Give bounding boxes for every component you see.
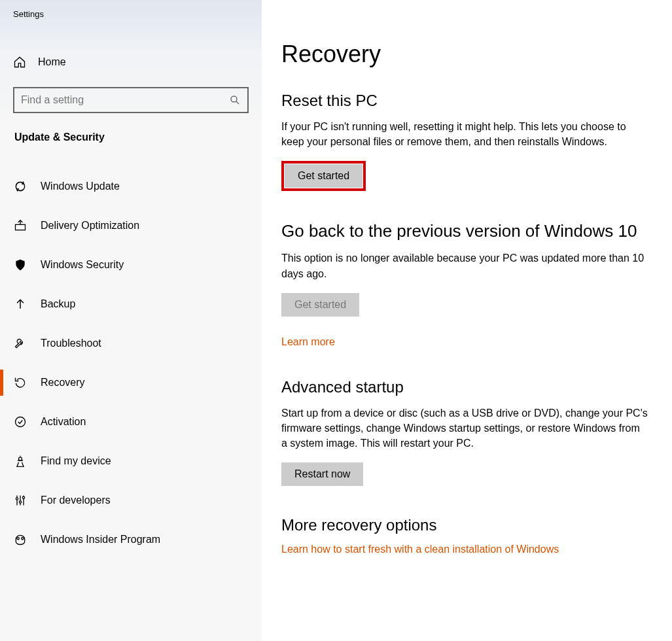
sidebar-item-label: Delivery Optimization [41, 220, 139, 232]
goback-section: Go back to the previous version of Windo… [281, 221, 652, 347]
reset-get-started-button[interactable]: Get started [285, 164, 363, 188]
sidebar-item-label: For developers [41, 494, 111, 506]
shield-icon [13, 258, 27, 272]
svg-point-0 [231, 96, 237, 102]
svg-point-14 [17, 538, 19, 540]
advanced-title: Advanced startup [281, 378, 652, 396]
home-label: Home [38, 56, 66, 68]
home-icon [13, 56, 26, 69]
sidebar: Settings Home Update & Security Windows … [0, 0, 262, 641]
sidebar-item-label: Activation [41, 416, 86, 428]
sidebar-item-activation[interactable]: Activation [0, 402, 262, 442]
search-input[interactable] [21, 94, 229, 106]
restart-now-button[interactable]: Restart now [281, 462, 363, 486]
page-title: Recovery [281, 41, 652, 68]
sidebar-item-recovery[interactable]: Recovery [0, 363, 262, 402]
sidebar-item-insider-program[interactable]: Windows Insider Program [0, 520, 262, 559]
sidebar-item-label: Troubleshoot [41, 338, 101, 349]
sidebar-home[interactable]: Home [0, 50, 262, 74]
svg-line-1 [236, 101, 239, 104]
sliders-icon [13, 493, 27, 508]
sidebar-item-troubleshoot[interactable]: Troubleshoot [0, 324, 262, 363]
svg-point-15 [22, 538, 24, 540]
search-icon [229, 94, 241, 106]
sidebar-item-label: Windows Insider Program [41, 534, 160, 546]
goback-title: Go back to the previous version of Windo… [281, 221, 652, 241]
sidebar-item-label: Windows Update [41, 181, 120, 192]
main-content: Recovery Reset this PC If your PC isn't … [262, 0, 672, 641]
sidebar-nav: Windows Update Delivery Optimization Win… [0, 167, 262, 559]
sidebar-item-delivery-optimization[interactable]: Delivery Optimization [0, 206, 262, 245]
reset-desc: If your PC isn't running well, resetting… [281, 119, 648, 149]
wrench-icon [13, 336, 27, 351]
sidebar-item-find-my-device[interactable]: Find my device [0, 442, 262, 481]
highlight-annotation: Get started [281, 161, 366, 191]
start-fresh-link[interactable]: Learn how to start fresh with a clean in… [281, 544, 559, 555]
more-title: More recovery options [281, 516, 652, 534]
reset-section: Reset this PC If your PC isn't running w… [281, 92, 652, 191]
svg-point-11 [19, 501, 21, 503]
location-icon [13, 454, 27, 468]
reset-title: Reset this PC [281, 92, 652, 110]
sidebar-item-label: Recovery [41, 377, 85, 389]
sidebar-item-backup[interactable]: Backup [0, 285, 262, 324]
insider-icon [13, 532, 27, 547]
sidebar-item-label: Find my device [41, 455, 111, 467]
advanced-desc: Start up from a device or disc (such as … [281, 406, 648, 451]
svg-point-7 [19, 457, 22, 460]
search-box[interactable] [13, 87, 249, 113]
goback-get-started-button: Get started [281, 293, 359, 317]
delivery-icon [13, 218, 27, 233]
sidebar-item-windows-security[interactable]: Windows Security [0, 245, 262, 285]
goback-desc: This option is no longer available becau… [281, 251, 648, 281]
svg-point-9 [16, 498, 18, 500]
more-section: More recovery options Learn how to start… [281, 516, 652, 555]
svg-point-6 [16, 417, 26, 427]
sidebar-item-for-developers[interactable]: For developers [0, 481, 262, 520]
advanced-section: Advanced startup Start up from a device … [281, 378, 652, 487]
sidebar-item-label: Backup [41, 298, 75, 310]
svg-point-13 [22, 496, 24, 498]
learn-more-link[interactable]: Learn more [281, 336, 335, 348]
app-title: Settings [0, 9, 262, 19]
check-circle-icon [13, 415, 27, 429]
recovery-icon [13, 375, 27, 390]
backup-icon [13, 297, 27, 311]
svg-rect-2 [16, 224, 26, 230]
sidebar-item-label: Windows Security [41, 259, 124, 271]
sidebar-item-windows-update[interactable]: Windows Update [0, 167, 262, 206]
refresh-icon [13, 179, 27, 194]
sidebar-section-heading: Update & Security [0, 131, 262, 143]
